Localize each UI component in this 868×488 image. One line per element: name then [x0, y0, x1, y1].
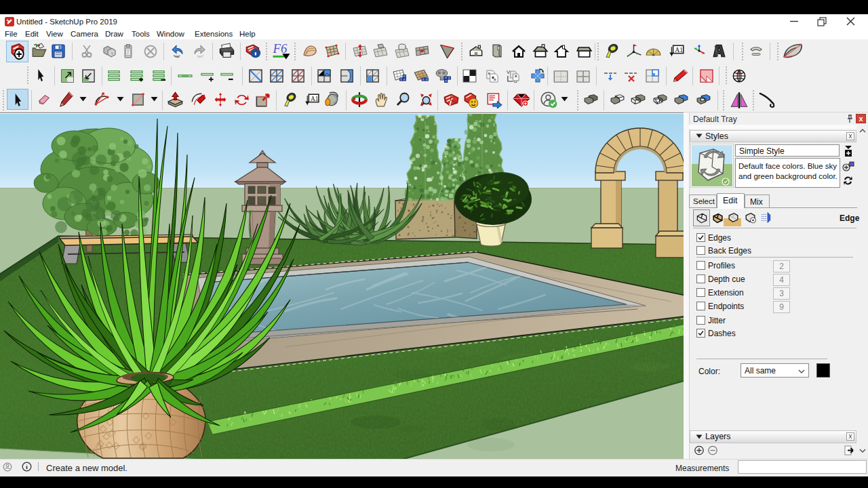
svg-text:F6: F6 [272, 42, 288, 56]
svg-text:A1: A1 [311, 96, 319, 102]
svg-text:A1: A1 [675, 46, 683, 54]
svg-text:V: V [507, 69, 511, 75]
